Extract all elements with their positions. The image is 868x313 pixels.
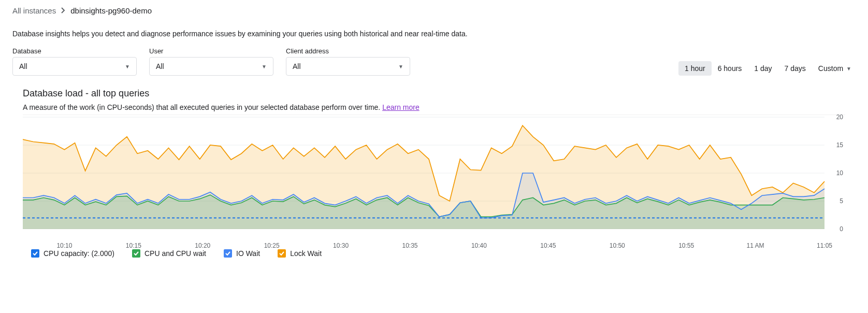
- user-select[interactable]: All ▼: [149, 57, 273, 76]
- database-load-chart[interactable]: 0510152010:1010:1510:2010:2510:3010:3510…: [23, 115, 845, 239]
- x-tick-label: 10:50: [610, 242, 625, 249]
- chevron-down-icon: ▼: [398, 64, 403, 69]
- select-value: All: [19, 62, 27, 70]
- learn-more-link[interactable]: Learn more: [382, 103, 419, 111]
- x-tick-label: 11 AM: [747, 242, 764, 249]
- checkbox-icon: [224, 249, 232, 258]
- time-range-option[interactable]: 7 days: [778, 61, 812, 76]
- time-range-custom[interactable]: Custom ▼: [812, 61, 856, 76]
- legend-label: CPU capacity: (2.000): [44, 249, 114, 258]
- x-tick-label: 10:55: [678, 242, 694, 249]
- filter-label: Client address: [286, 47, 410, 55]
- legend-label: IO Wait: [236, 249, 260, 258]
- chevron-right-icon: [61, 6, 65, 15]
- chart-subtitle: A measure of the work (in CPU-seconds) t…: [23, 103, 856, 111]
- chevron-down-icon: ▼: [262, 64, 267, 69]
- x-tick-label: 10:45: [540, 242, 556, 249]
- breadcrumb: All instances dbinsights-pg960-demo: [12, 6, 856, 15]
- legend-label: Lock Wait: [290, 249, 322, 258]
- time-range-option[interactable]: 6 hours: [712, 61, 748, 76]
- x-tick-label: 10:20: [195, 242, 210, 249]
- time-range-option[interactable]: 1 hour: [678, 61, 712, 76]
- breadcrumb-current: dbinsights-pg960-demo: [70, 6, 152, 15]
- x-tick-label: 10:40: [471, 242, 487, 249]
- x-tick-label: 10:30: [333, 242, 349, 249]
- legend-item[interactable]: IO Wait: [224, 249, 260, 258]
- filter-label: Database: [12, 47, 137, 55]
- chevron-down-icon: ▼: [125, 64, 130, 69]
- time-range-picker: 1 hour6 hours1 day7 daysCustom ▼: [678, 61, 856, 76]
- legend-item[interactable]: CPU and CPU wait: [132, 249, 206, 258]
- select-value: All: [156, 62, 164, 70]
- user-filter: User All ▼: [149, 47, 273, 76]
- checkbox-icon: [31, 249, 39, 258]
- x-tick-label: 10:10: [56, 242, 72, 249]
- x-tick-label: 10:35: [402, 242, 417, 249]
- chart-legend: CPU capacity: (2.000)CPU and CPU waitIO …: [31, 249, 856, 258]
- legend-item[interactable]: CPU capacity: (2.000): [31, 249, 114, 258]
- x-tick-label: 10:25: [264, 242, 280, 249]
- legend-label: CPU and CPU wait: [144, 249, 206, 258]
- select-value: All: [293, 62, 301, 70]
- client-filter: Client address All ▼: [286, 47, 410, 76]
- filter-label: User: [149, 47, 273, 55]
- time-range-option[interactable]: 1 day: [748, 61, 778, 76]
- breadcrumb-parent[interactable]: All instances: [12, 6, 56, 15]
- database-select[interactable]: All ▼: [12, 57, 137, 76]
- chart-title: Database load - all top queries: [23, 88, 856, 99]
- x-tick-label: 10:15: [126, 242, 141, 249]
- x-tick-label: 11:05: [817, 242, 832, 249]
- checkbox-icon: [132, 249, 140, 258]
- client-select[interactable]: All ▼: [286, 57, 410, 76]
- legend-item[interactable]: Lock Wait: [278, 249, 322, 258]
- checkbox-icon: [278, 249, 286, 258]
- chevron-down-icon: ▼: [846, 66, 851, 72]
- database-filter: Database All ▼: [12, 47, 137, 76]
- page-description: Database insights helps you detect and d…: [12, 30, 856, 38]
